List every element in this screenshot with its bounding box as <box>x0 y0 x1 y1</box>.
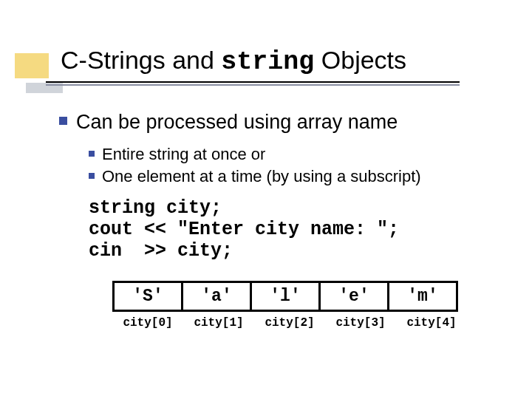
slide: C-Strings and string Objects Can be proc… <box>0 0 532 399</box>
decor-bar-yellow <box>15 53 49 78</box>
title-post: Objects <box>314 46 406 74</box>
table-row: 'S' 'a' 'l' 'e' 'm' <box>114 282 457 311</box>
bullet-square-icon <box>89 173 95 179</box>
bullet-level2-block: Entire string at once or One element at … <box>89 144 502 188</box>
array-table-wrap: 'S' 'a' 'l' 'e' 'm' city[0] city[1] city… <box>112 281 467 330</box>
bullet-level1: Can be processed using array name <box>59 111 502 134</box>
array-table: 'S' 'a' 'l' 'e' 'm' <box>112 281 458 312</box>
bullet-level2-line: One element at a time (by using a subscr… <box>89 166 502 187</box>
table-cell: 'S' <box>114 282 183 311</box>
array-label: city[1] <box>183 316 254 330</box>
title-underline <box>46 81 460 86</box>
table-cell: 'l' <box>251 282 320 311</box>
array-label: city[0] <box>112 316 183 330</box>
bullet-sub1-text: Entire string at once or <box>102 145 265 163</box>
bullet-square-icon <box>59 117 67 125</box>
code-block: string city; cout << "Enter city name: "… <box>89 198 399 262</box>
array-labels: city[0] city[1] city[2] city[3] city[4] <box>112 316 467 330</box>
array-label: city[3] <box>325 316 396 330</box>
slide-title: C-Strings and string Objects <box>61 46 502 77</box>
array-label: city[4] <box>396 316 467 330</box>
bullet-level1-text: Can be processed using array name <box>76 111 398 133</box>
table-cell: 'm' <box>389 282 457 311</box>
title-code: string <box>221 47 314 77</box>
bullet-level2-line: Entire string at once or <box>89 144 502 165</box>
table-cell: 'a' <box>183 282 251 311</box>
bullet-square-icon <box>89 151 95 157</box>
bullet-sub2-text: One element at a time (by using a subscr… <box>102 167 421 185</box>
array-label: city[2] <box>254 316 325 330</box>
title-pre: C-Strings and <box>61 46 221 74</box>
table-cell: 'e' <box>320 282 389 311</box>
title-wrap: C-Strings and string Objects <box>61 46 502 86</box>
